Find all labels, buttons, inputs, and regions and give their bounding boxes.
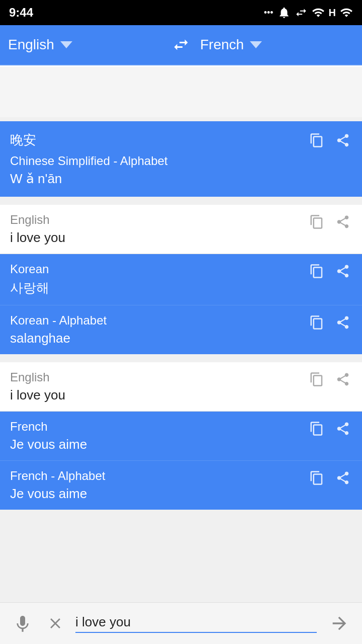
french-result-row-2: French - Alphabet Je vous aime — [0, 460, 362, 510]
signal-icon-2 — [340, 6, 353, 19]
french-result-row-1: French Je vous aime — [0, 412, 362, 460]
french-source-share-button[interactable] — [334, 370, 352, 388]
chinese-share-button[interactable] — [334, 131, 352, 149]
korean-result-share-button-1[interactable] — [334, 262, 352, 280]
french-result-share-button-1[interactable] — [334, 420, 352, 438]
french-translation-card: English i love you French Je vous aime — [0, 362, 362, 510]
target-lang-caret — [250, 41, 262, 48]
korean-result-actions-1 — [308, 262, 352, 280]
french-result-actions-1 — [308, 420, 352, 438]
french-result-text-2: Je vous aime — [10, 486, 308, 502]
korean-result-lang-2: Korean - Alphabet — [10, 313, 308, 328]
french-source-copy-button[interactable] — [308, 370, 326, 388]
bottom-input-bar — [0, 602, 362, 644]
chinese-translation-card: 晚安 Chinese Simplified - Alphabet W ǎ n'ā… — [0, 121, 362, 197]
chinese-card-content: 晚安 Chinese Simplified - Alphabet W ǎ n'ā… — [10, 131, 352, 187]
target-lang-label: French — [200, 37, 244, 53]
status-icons: ••• H — [264, 6, 353, 19]
french-result-text-1: Je vous aime — [10, 437, 308, 452]
translation-input-wrapper — [75, 614, 317, 633]
korean-source-text: i love you — [10, 230, 308, 246]
korean-source-lang: English — [10, 213, 308, 227]
source-lang-selector[interactable]: English — [8, 37, 162, 53]
microphone-button[interactable] — [10, 611, 35, 636]
french-result-lang-1: French — [10, 420, 308, 434]
lang-bar: English French — [0, 25, 362, 65]
korean-result-lang-1: Korean — [10, 262, 308, 276]
status-time: 9:44 — [9, 6, 33, 20]
translate-send-button[interactable] — [327, 611, 352, 636]
chinese-romanized-text: W ǎ n'ān — [10, 171, 168, 187]
french-source-lang: English — [10, 370, 308, 384]
korean-result-copy-button-1[interactable] — [308, 262, 326, 280]
source-lang-label: English — [8, 37, 54, 53]
french-source-text: i love you — [10, 387, 308, 403]
alarm-icon — [278, 6, 291, 19]
korean-result-text-1: 사랑해 — [10, 279, 308, 297]
korean-result-share-button-2[interactable] — [334, 313, 352, 332]
translation-input[interactable] — [75, 614, 317, 630]
french-result-copy-button-1[interactable] — [308, 420, 326, 438]
transfer-icon — [295, 6, 308, 19]
french-source-actions — [308, 370, 352, 388]
target-lang-selector[interactable]: French — [200, 37, 354, 53]
korean-result-row-1: Korean 사랑해 — [0, 254, 362, 305]
clear-input-button[interactable] — [45, 613, 65, 633]
korean-translation-card: English i love you Korean 사랑해 — [0, 205, 362, 354]
korean-source-share-button[interactable] — [334, 213, 352, 231]
korean-result-copy-button-2[interactable] — [308, 313, 326, 332]
swap-languages-button[interactable] — [172, 36, 190, 54]
french-result-actions-2 — [308, 469, 352, 487]
chinese-lang-label: Chinese Simplified - Alphabet — [10, 154, 168, 168]
h-indicator: H — [329, 7, 336, 19]
chinese-original-text: 晚安 — [10, 131, 168, 149]
source-lang-caret — [60, 41, 72, 48]
signal-icon — [312, 6, 325, 19]
korean-result-row-2: Korean - Alphabet salanghae — [0, 305, 362, 354]
korean-source-row: English i love you — [0, 205, 362, 254]
chinese-card-actions — [308, 131, 352, 149]
korean-source-actions — [308, 213, 352, 231]
french-result-share-button-2[interactable] — [334, 469, 352, 487]
content-spacer — [0, 67, 362, 117]
french-result-copy-button-2[interactable] — [308, 469, 326, 487]
chinese-copy-button[interactable] — [308, 131, 326, 149]
status-bar: 9:44 ••• H — [0, 0, 362, 25]
korean-result-actions-2 — [308, 313, 352, 332]
french-source-row: English i love you — [0, 362, 362, 412]
french-result-lang-2: French - Alphabet — [10, 469, 308, 483]
korean-result-text-2: salanghae — [10, 331, 308, 346]
dots-icon: ••• — [264, 8, 274, 18]
korean-source-copy-button[interactable] — [308, 213, 326, 231]
